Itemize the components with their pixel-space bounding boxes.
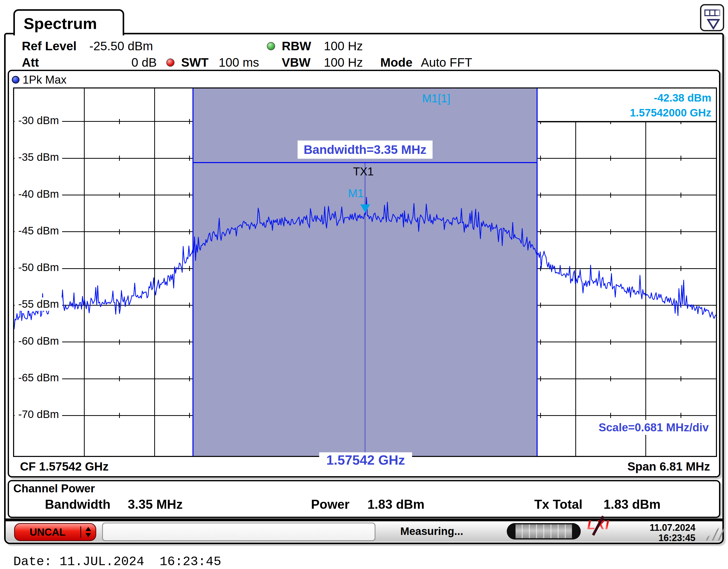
y-axis-label: -45 dBm: [15, 224, 62, 238]
status-message-field[interactable]: [102, 523, 375, 541]
tab-spectrum-label: Spectrum: [15, 11, 123, 33]
status-datetime: 11.07.2024 16:23:45: [624, 523, 695, 543]
rbw-value[interactable]: 100 Hz: [324, 39, 363, 53]
center-frequency-field[interactable]: CF 1.57542 GHz: [20, 459, 109, 473]
marker-m1-header: M1[1]: [422, 92, 450, 105]
marker-m1-arrow-icon[interactable]: [360, 204, 370, 213]
window-layout-menu-button[interactable]: [700, 4, 724, 31]
mode-label: Mode: [380, 56, 412, 69]
uncal-label: UNCAL: [15, 526, 80, 538]
tab-spectrum[interactable]: Spectrum: [13, 9, 124, 35]
att-label: Att: [22, 56, 39, 69]
progress-segments: [516, 524, 572, 538]
ref-level-field[interactable]: Ref Level: [22, 39, 76, 53]
uncal-stepper[interactable]: [81, 527, 95, 537]
arrow-up-icon: [85, 527, 91, 531]
tx1-channel-label: TX1: [353, 165, 374, 178]
trace1-label: 1Pk Max: [23, 73, 66, 86]
ref-level-label: Ref Level: [22, 39, 76, 53]
y-axis-label: -60 dBm: [15, 334, 62, 348]
rbw-status-dot: [267, 42, 275, 50]
y-axis-label: -50 dBm: [15, 261, 62, 274]
vbw-value[interactable]: 100 Hz: [324, 55, 363, 70]
cp-bandwidth-label: Bandwidth: [45, 497, 111, 512]
swt-field[interactable]: SWT: [181, 55, 209, 70]
rbw-label: RBW: [282, 39, 311, 53]
lxi-status-icon[interactable]: LXI: [587, 517, 609, 534]
cp-power-value: 1.83 dBm: [367, 497, 424, 512]
rbw-field[interactable]: RBW: [282, 39, 311, 53]
swt-value[interactable]: 100 ms: [219, 55, 259, 70]
trace-legend[interactable]: 1Pk Max: [12, 73, 66, 86]
y-axis-label: -55 dBm: [15, 297, 62, 311]
cp-tx-total-label: Tx Total: [534, 497, 583, 512]
y-axis-label: -35 dBm: [15, 151, 62, 164]
cp-tx-total-value: 1.83 dBm: [604, 497, 661, 512]
cp-power-label: Power: [311, 497, 350, 512]
y-axis-label: -70 dBm: [15, 408, 62, 421]
measurement-progress-bar: [507, 523, 581, 539]
y-axis-label: -40 dBm: [15, 188, 62, 201]
trace1-color-dot: [12, 76, 20, 84]
channel-power-title: Channel Power: [13, 482, 95, 495]
status-date-text: 11.07.2024: [624, 523, 695, 533]
scale-annotation: Scale=0.681 MHz/div: [596, 420, 712, 435]
arrow-down-icon: [85, 533, 91, 537]
marker-readout-box[interactable]: -42.38 dBm 1.57542000 GHz: [538, 89, 716, 122]
chevron-down-icon: [707, 19, 720, 30]
uncal-button[interactable]: UNCAL: [14, 523, 96, 541]
statusbar-separator: [6, 518, 722, 521]
grid-icon: [704, 9, 720, 16]
y-axis-label: -65 dBm: [15, 371, 62, 384]
att-value[interactable]: 0 dB: [131, 55, 157, 70]
vbw-field[interactable]: VBW: [282, 55, 310, 70]
measuring-status-text: Measuring...: [400, 525, 463, 537]
page-date-line: Date: 11.JUL.2024 16:23:45: [13, 554, 221, 569]
bandwidth-annotation[interactable]: Bandwidth=3.35 MHz: [297, 141, 433, 159]
marker-m1-frequency: 1.57542000 GHz: [538, 105, 711, 120]
att-field[interactable]: Att: [22, 55, 39, 70]
status-time-text: 16:23:45: [624, 533, 695, 543]
span-field[interactable]: Span 6.81 MHz: [627, 459, 710, 473]
mode-value[interactable]: Auto FFT: [421, 55, 472, 70]
cp-bandwidth-value: 3.35 MHz: [128, 497, 183, 512]
swt-status-dot: [166, 58, 174, 67]
spectrum-grid: M1[1] Bandwidth=3.35 MHz TX1 M1 -42.38 d…: [13, 87, 717, 457]
y-axis-label: -30 dBm: [15, 114, 62, 127]
marker-m1-level: -42.38 dBm: [538, 91, 711, 105]
mode-field[interactable]: Mode: [380, 55, 412, 70]
marker-m1-symbol: M1: [348, 187, 364, 200]
swt-label: SWT: [181, 56, 209, 69]
vbw-label: VBW: [282, 56, 310, 69]
ref-level-value[interactable]: -25.50 dBm: [89, 39, 153, 53]
marker-frequency-label: 1.57542 GHz: [319, 452, 412, 468]
